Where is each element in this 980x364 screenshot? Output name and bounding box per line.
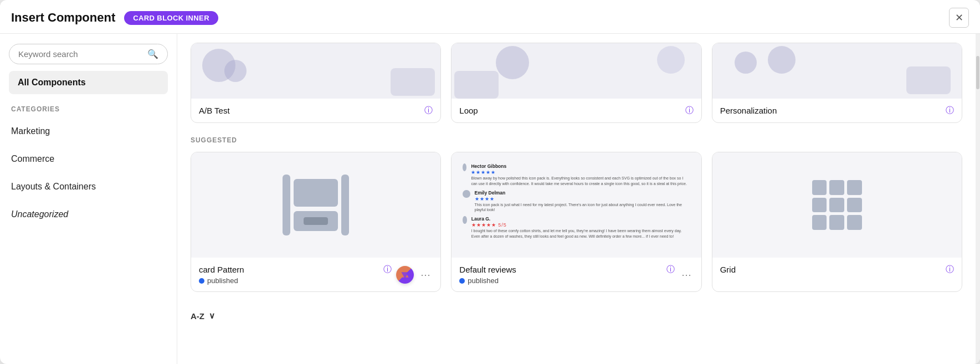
grid-cell-6	[847, 198, 862, 213]
card-pattern-title: card Pattern	[199, 265, 380, 274]
loop-visual	[451, 43, 701, 99]
sidebar-item-commerce[interactable]: Commerce	[9, 148, 168, 170]
search-icon: 🔍	[147, 49, 158, 59]
card-ab-test-preview	[191, 43, 440, 99]
modal-title: Insert Component	[11, 11, 115, 25]
card-personalization: Personalization ⓘ	[712, 43, 962, 123]
chevron-down-icon: ∨	[209, 311, 215, 321]
sidebar: 🔍 All Components CATEGORIES Marketing Co…	[0, 34, 177, 364]
categories-label: CATEGORIES	[9, 101, 168, 114]
card-ab-test: A/B Test ⓘ	[191, 43, 441, 123]
cp-center	[294, 179, 338, 231]
avatar-2	[463, 190, 470, 198]
scrollbar-track	[976, 34, 980, 364]
review-text-2: This icon pack is just what I need for m…	[475, 202, 690, 213]
grid-cell-1	[812, 180, 827, 195]
main-content: A/B Test ⓘ Loop ⓘ	[177, 34, 976, 364]
card-pattern-info-icon[interactable]: ⓘ	[383, 264, 392, 275]
grid-footer: Grid ⓘ	[712, 258, 962, 281]
review-name-2: Emily Delman	[475, 190, 690, 196]
card-ab-test-footer: A/B Test ⓘ	[191, 99, 440, 122]
card-loop-preview	[451, 43, 701, 99]
default-reviews-preview: Hector Gibbons ★★★★★ Blown away by how p…	[451, 152, 701, 258]
grid-cell-7	[812, 215, 827, 230]
card-pattern-preview	[191, 152, 440, 258]
search-input[interactable]	[18, 49, 143, 59]
default-reviews-title: Default reviews	[459, 265, 663, 274]
search-box[interactable]: 🔍	[9, 44, 168, 64]
default-reviews-more-button[interactable]: ⋯	[679, 269, 694, 281]
default-reviews-status-dot	[459, 278, 465, 284]
cp-bar-left	[283, 175, 290, 235]
sidebar-item-layouts[interactable]: Layouts & Containers	[9, 176, 168, 197]
personalization-info-icon[interactable]: ⓘ	[946, 105, 954, 116]
avatar-1	[463, 163, 466, 171]
cp-rect-top	[294, 179, 338, 207]
sidebar-item-uncategorized[interactable]: Uncategorized	[9, 204, 168, 225]
grid-title: Grid	[720, 265, 941, 274]
grid-cell-9	[847, 215, 862, 230]
review-3: Laura G. ★★★★★ 5/5 I bought two of these…	[463, 216, 690, 239]
all-components-button[interactable]: All Components	[9, 71, 168, 94]
cp-rect-bot	[294, 211, 338, 231]
card-pattern-more-button[interactable]: ⋯	[418, 269, 433, 281]
ab-test-info-icon[interactable]: ⓘ	[424, 105, 433, 116]
card-ab-test-title: A/B Test	[199, 106, 420, 115]
az-sort-button[interactable]: A-Z ∨	[191, 305, 962, 326]
grid-preview	[712, 152, 962, 258]
ab-test-visual	[191, 43, 440, 99]
default-reviews-info-icon[interactable]: ⓘ	[666, 264, 675, 275]
svg-marker-1	[402, 272, 409, 278]
grid-cell-8	[829, 215, 844, 230]
grid-cell-4	[812, 198, 827, 213]
default-reviews-status-text: published	[468, 276, 499, 285]
card-pattern-status-dot	[199, 278, 204, 284]
review-item-3: Laura G. ★★★★★ 5/5 I bought two of these…	[471, 216, 690, 239]
reviews-visual: Hector Gibbons ★★★★★ Blown away by how p…	[457, 158, 695, 245]
card-default-reviews: Hector Gibbons ★★★★★ Blown away by how p…	[451, 152, 701, 292]
card-pattern-icon	[283, 175, 349, 235]
scrollbar-thumb[interactable]	[976, 56, 979, 89]
grid-cell-3	[847, 180, 862, 195]
cp-bar-right	[341, 175, 349, 235]
card-personalization-footer: Personalization ⓘ	[712, 99, 962, 122]
review-name-3: Laura G.	[471, 216, 690, 222]
default-reviews-footer: Default reviews ⓘ published ⋯	[451, 258, 701, 291]
review-stars-2: ★★★★	[475, 196, 690, 202]
loop-info-icon[interactable]: ⓘ	[685, 105, 694, 116]
modal-header: Insert Component CARD BLOCK INNER ✕	[0, 0, 980, 34]
card-grid: Grid ⓘ	[712, 152, 962, 292]
grid-info-icon[interactable]: ⓘ	[946, 264, 954, 275]
card-loop-title: Loop	[459, 106, 680, 115]
grid-icon	[812, 180, 862, 230]
card-loop-footer: Loop ⓘ	[451, 99, 701, 122]
card-pattern-stack-icon[interactable]	[396, 266, 414, 284]
card-block-inner-badge: CARD BLOCK INNER	[124, 11, 218, 25]
personalization-visual	[712, 43, 962, 99]
card-pattern-footer: card Pattern ⓘ published	[191, 258, 440, 291]
review-item-2: Emily Delman ★★★★ This icon pack is just…	[475, 190, 690, 213]
sidebar-item-marketing[interactable]: Marketing	[9, 121, 168, 142]
review-name-1: Hector Gibbons	[471, 163, 690, 169]
modal-body: 🔍 All Components CATEGORIES Marketing Co…	[0, 34, 980, 364]
review-text-1: Blown away by how polished this icon pac…	[471, 176, 690, 187]
review-2: Emily Delman ★★★★ This icon pack is just…	[463, 190, 690, 213]
cp-rect-inner	[304, 217, 328, 225]
close-button[interactable]: ✕	[949, 8, 969, 28]
review-text-3: I bought two of these comfy cotton shirt…	[471, 228, 690, 239]
suggested-cards-row: card Pattern ⓘ published	[191, 152, 962, 292]
card-pattern-status-text: published	[207, 276, 238, 285]
grid-cell-5	[829, 198, 844, 213]
avatar-3	[463, 216, 466, 224]
insert-component-modal: Insert Component CARD BLOCK INNER ✕ 🔍 Al…	[0, 0, 980, 364]
review-stars-3: ★★★★★ 5/5	[471, 222, 690, 228]
review-stars-1: ★★★★★	[471, 170, 690, 175]
card-loop: Loop ⓘ	[451, 43, 701, 123]
card-personalization-preview	[712, 43, 962, 99]
card-personalization-title: Personalization	[720, 106, 941, 115]
review-1: Hector Gibbons ★★★★★ Blown away by how p…	[463, 163, 690, 187]
top-cards-row: A/B Test ⓘ Loop ⓘ	[191, 43, 962, 123]
az-label: A-Z	[191, 311, 204, 321]
review-item-1: Hector Gibbons ★★★★★ Blown away by how p…	[471, 163, 690, 187]
grid-cell-2	[829, 180, 844, 195]
